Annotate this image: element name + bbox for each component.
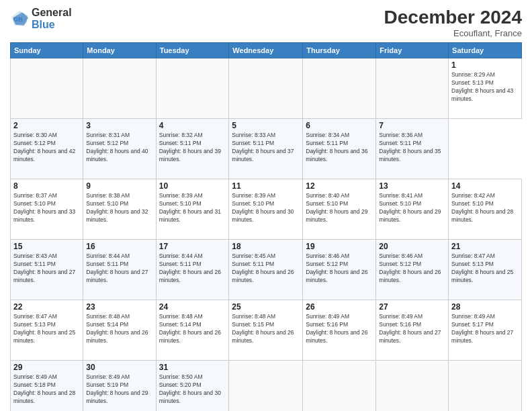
day-cell-12: 12Sunrise: 8:40 AM Sunset: 5:10 PM Dayli… <box>303 179 376 240</box>
day-number: 31 <box>159 363 226 372</box>
day-info: Sunrise: 8:37 AM Sunset: 5:10 PM Dayligh… <box>13 192 80 224</box>
location: Ecouflant, France <box>384 28 522 38</box>
day-number: 14 <box>451 181 519 191</box>
calendar-week-2: 2Sunrise: 8:30 AM Sunset: 5:12 PM Daylig… <box>11 119 522 179</box>
day-number: 28 <box>451 302 519 312</box>
day-cell-7: 7Sunrise: 8:36 AM Sunset: 5:11 PM Daylig… <box>376 119 449 179</box>
day-number: 9 <box>86 181 152 191</box>
day-cell-9: 9Sunrise: 8:38 AM Sunset: 5:10 PM Daylig… <box>83 179 156 240</box>
day-number: 26 <box>306 302 373 312</box>
day-info: Sunrise: 8:49 AM Sunset: 5:18 PM Dayligh… <box>13 373 80 406</box>
day-cell-14: 14Sunrise: 8:42 AM Sunset: 5:10 PM Dayli… <box>449 179 522 240</box>
day-cell-23: 23Sunrise: 8:48 AM Sunset: 5:14 PM Dayli… <box>83 300 156 361</box>
day-info: Sunrise: 8:41 AM Sunset: 5:10 PM Dayligh… <box>379 192 445 224</box>
day-cell-30: 30Sunrise: 8:49 AM Sunset: 5:19 PM Dayli… <box>83 361 156 412</box>
day-cell-1: 1Sunrise: 8:29 AM Sunset: 5:13 PM Daylig… <box>449 58 522 119</box>
day-number: 5 <box>232 121 300 130</box>
logo-blue: Blue <box>32 19 72 31</box>
title-section: December 2024 Ecouflant, France <box>384 7 522 38</box>
day-number: 8 <box>13 181 80 191</box>
day-number: 1 <box>451 60 519 70</box>
day-cell-11: 11Sunrise: 8:39 AM Sunset: 5:10 PM Dayli… <box>229 179 303 240</box>
day-info: Sunrise: 8:48 AM Sunset: 5:14 PM Dayligh… <box>86 313 152 345</box>
day-info: Sunrise: 8:47 AM Sunset: 5:13 PM Dayligh… <box>451 253 519 285</box>
day-cell-8: 8Sunrise: 8:37 AM Sunset: 5:10 PM Daylig… <box>11 179 83 240</box>
day-cell-31: 31Sunrise: 8:50 AM Sunset: 5:20 PM Dayli… <box>156 361 229 412</box>
day-cell-6: 6Sunrise: 8:34 AM Sunset: 5:11 PM Daylig… <box>303 119 376 179</box>
empty-cell <box>229 58 303 119</box>
day-cell-20: 20Sunrise: 8:46 AM Sunset: 5:12 PM Dayli… <box>376 240 449 300</box>
day-info: Sunrise: 8:42 AM Sunset: 5:10 PM Dayligh… <box>451 192 519 224</box>
day-cell-27: 27Sunrise: 8:49 AM Sunset: 5:16 PM Dayli… <box>376 300 449 361</box>
empty-cell <box>11 58 83 119</box>
day-cell-15: 15Sunrise: 8:43 AM Sunset: 5:11 PM Dayli… <box>11 240 83 300</box>
day-info: Sunrise: 8:44 AM Sunset: 5:11 PM Dayligh… <box>86 253 152 285</box>
day-cell-4: 4Sunrise: 8:32 AM Sunset: 5:11 PM Daylig… <box>156 119 229 179</box>
calendar-week-3: 8Sunrise: 8:37 AM Sunset: 5:10 PM Daylig… <box>11 179 522 240</box>
day-number: 6 <box>306 121 373 130</box>
logo-general: General <box>32 7 72 19</box>
day-info: Sunrise: 8:29 AM Sunset: 5:13 PM Dayligh… <box>451 71 519 103</box>
day-info: Sunrise: 8:49 AM Sunset: 5:16 PM Dayligh… <box>379 313 445 345</box>
day-number: 27 <box>379 302 445 312</box>
day-number: 23 <box>86 302 152 312</box>
day-info: Sunrise: 8:32 AM Sunset: 5:11 PM Dayligh… <box>159 132 226 164</box>
day-info: Sunrise: 8:39 AM Sunset: 5:10 PM Dayligh… <box>159 192 226 224</box>
empty-cell <box>83 58 156 119</box>
day-info: Sunrise: 8:38 AM Sunset: 5:10 PM Dayligh… <box>86 192 152 224</box>
logo-icon: GB <box>10 9 29 28</box>
empty-cell <box>156 58 229 119</box>
day-info: Sunrise: 8:49 AM Sunset: 5:19 PM Dayligh… <box>86 373 152 406</box>
day-cell-25: 25Sunrise: 8:48 AM Sunset: 5:15 PM Dayli… <box>229 300 303 361</box>
day-info: Sunrise: 8:50 AM Sunset: 5:20 PM Dayligh… <box>159 373 226 406</box>
day-number: 2 <box>13 121 80 130</box>
column-header-tuesday: Tuesday <box>156 43 229 58</box>
calendar-header-row: SundayMondayTuesdayWednesdayThursdayFrid… <box>11 43 522 58</box>
day-info: Sunrise: 8:45 AM Sunset: 5:11 PM Dayligh… <box>232 253 300 285</box>
day-number: 7 <box>379 121 445 130</box>
day-cell-24: 24Sunrise: 8:48 AM Sunset: 5:14 PM Dayli… <box>156 300 229 361</box>
day-number: 19 <box>306 242 373 251</box>
day-number: 16 <box>86 242 152 251</box>
empty-cell <box>376 58 449 119</box>
day-info: Sunrise: 8:44 AM Sunset: 5:11 PM Dayligh… <box>159 253 226 285</box>
day-cell-5: 5Sunrise: 8:33 AM Sunset: 5:11 PM Daylig… <box>229 119 303 179</box>
column-header-monday: Monday <box>83 43 156 58</box>
day-number: 29 <box>13 363 80 372</box>
day-cell-29: 29Sunrise: 8:49 AM Sunset: 5:18 PM Dayli… <box>11 361 83 412</box>
day-number: 13 <box>379 181 445 191</box>
day-cell-3: 3Sunrise: 8:31 AM Sunset: 5:12 PM Daylig… <box>83 119 156 179</box>
day-cell-2: 2Sunrise: 8:30 AM Sunset: 5:12 PM Daylig… <box>11 119 83 179</box>
column-header-wednesday: Wednesday <box>229 43 303 58</box>
day-cell-19: 19Sunrise: 8:46 AM Sunset: 5:12 PM Dayli… <box>303 240 376 300</box>
day-number: 12 <box>306 181 373 191</box>
day-number: 10 <box>159 181 226 191</box>
day-cell-22: 22Sunrise: 8:47 AM Sunset: 5:13 PM Dayli… <box>11 300 83 361</box>
column-header-saturday: Saturday <box>449 43 522 58</box>
empty-cell <box>303 58 376 119</box>
day-cell-21: 21Sunrise: 8:47 AM Sunset: 5:13 PM Dayli… <box>449 240 522 300</box>
day-number: 18 <box>232 242 300 251</box>
header: GB General Blue December 2024 Ecouflant,… <box>10 7 522 38</box>
column-header-thursday: Thursday <box>303 43 376 58</box>
day-number: 21 <box>451 242 519 251</box>
day-cell-10: 10Sunrise: 8:39 AM Sunset: 5:10 PM Dayli… <box>156 179 229 240</box>
day-info: Sunrise: 8:46 AM Sunset: 5:12 PM Dayligh… <box>306 253 373 285</box>
day-cell-17: 17Sunrise: 8:44 AM Sunset: 5:11 PM Dayli… <box>156 240 229 300</box>
day-info: Sunrise: 8:39 AM Sunset: 5:10 PM Dayligh… <box>232 192 300 224</box>
day-info: Sunrise: 8:33 AM Sunset: 5:11 PM Dayligh… <box>232 132 300 164</box>
month-title: December 2024 <box>384 7 522 28</box>
day-number: 20 <box>379 242 445 251</box>
day-info: Sunrise: 8:48 AM Sunset: 5:14 PM Dayligh… <box>159 313 226 345</box>
day-info: Sunrise: 8:36 AM Sunset: 5:11 PM Dayligh… <box>379 132 445 164</box>
calendar-week-1: 1Sunrise: 8:29 AM Sunset: 5:13 PM Daylig… <box>11 58 522 119</box>
calendar-week-4: 15Sunrise: 8:43 AM Sunset: 5:11 PM Dayli… <box>11 240 522 300</box>
day-info: Sunrise: 8:49 AM Sunset: 5:16 PM Dayligh… <box>306 313 373 345</box>
day-info: Sunrise: 8:30 AM Sunset: 5:12 PM Dayligh… <box>13 132 80 164</box>
day-cell-18: 18Sunrise: 8:45 AM Sunset: 5:11 PM Dayli… <box>229 240 303 300</box>
column-header-sunday: Sunday <box>11 43 83 58</box>
day-number: 3 <box>86 121 152 130</box>
day-cell-13: 13Sunrise: 8:41 AM Sunset: 5:10 PM Dayli… <box>376 179 449 240</box>
day-info: Sunrise: 8:34 AM Sunset: 5:11 PM Dayligh… <box>306 132 373 164</box>
empty-cell <box>229 361 303 412</box>
